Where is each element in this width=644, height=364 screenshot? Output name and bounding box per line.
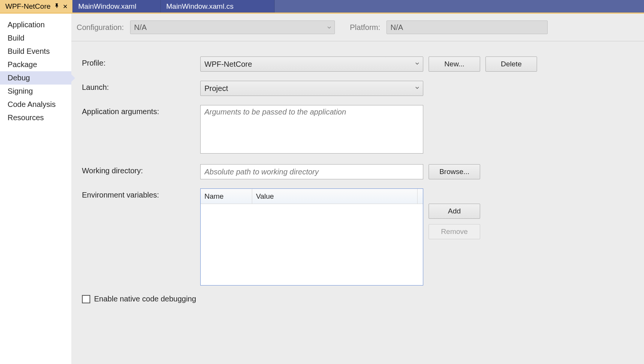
delete-profile-button[interactable]: Delete — [485, 56, 537, 72]
tab-label: WPF-NetCore — [5, 2, 50, 11]
property-page-sidebar: Application Build Build Events Package D… — [0, 14, 71, 364]
native-debug-checkbox[interactable] — [82, 295, 90, 303]
sidebar-item-debug[interactable]: Debug — [0, 71, 71, 85]
tab-label: MainWindow.xaml.cs — [166, 2, 233, 11]
profile-label: Profile: — [82, 56, 200, 67]
browse-button[interactable]: Browse... — [429, 164, 480, 179]
new-profile-button[interactable]: New... — [429, 56, 480, 72]
environment-variables-grid[interactable]: Name Value — [200, 188, 423, 286]
working-directory-input[interactable] — [200, 164, 423, 179]
debug-property-page: Configuration: N/A Platform: N/A Profile… — [71, 14, 644, 364]
sidebar-item-build-events[interactable]: Build Events — [0, 45, 71, 58]
configuration-value: N/A — [134, 23, 147, 32]
envvars-label: Environment variables: — [82, 188, 200, 199]
chevron-down-icon — [327, 23, 331, 32]
document-tabs: WPF-NetCore MainWindow.xaml MainWindow.x… — [0, 0, 644, 14]
configuration-select[interactable]: N/A — [130, 20, 335, 34]
remove-env-button[interactable]: Remove — [429, 224, 480, 239]
add-env-button[interactable]: Add — [429, 204, 480, 219]
workdir-label: Working directory: — [82, 164, 200, 175]
configuration-label: Configuration: — [77, 23, 124, 32]
pin-icon[interactable] — [54, 3, 60, 9]
platform-label: Platform: — [350, 23, 380, 32]
native-debug-label: Enable native code debugging — [94, 295, 196, 303]
tab-xaml[interactable]: MainWindow.xaml — [73, 0, 161, 13]
tab-label: MainWindow.xaml — [78, 2, 136, 11]
close-icon[interactable] — [63, 3, 67, 9]
launch-label: Launch: — [82, 81, 200, 92]
tab-xaml-cs[interactable]: MainWindow.xaml.cs — [161, 0, 275, 13]
env-column-value[interactable]: Value — [252, 189, 418, 204]
sidebar-item-package[interactable]: Package — [0, 58, 71, 71]
application-arguments-input[interactable] — [200, 105, 423, 154]
platform-value: N/A — [391, 23, 403, 32]
project-properties-window: WPF-NetCore MainWindow.xaml MainWindow.x… — [0, 0, 644, 364]
profile-select[interactable]: WPF-NetCore — [200, 56, 423, 72]
tab-project-properties[interactable]: WPF-NetCore — [0, 0, 73, 13]
args-label: Application arguments: — [82, 105, 200, 116]
sidebar-item-build[interactable]: Build — [0, 31, 71, 45]
config-platform-bar: Configuration: N/A Platform: N/A — [71, 14, 644, 41]
env-column-spacer — [418, 189, 423, 204]
sidebar-item-application[interactable]: Application — [0, 18, 71, 31]
sidebar-item-code-analysis[interactable]: Code Analysis — [0, 98, 71, 111]
launch-select[interactable]: Project — [200, 81, 423, 96]
env-column-name[interactable]: Name — [201, 189, 252, 204]
platform-select[interactable]: N/A — [386, 20, 548, 34]
sidebar-item-signing[interactable]: Signing — [0, 85, 71, 98]
sidebar-item-resources[interactable]: Resources — [0, 111, 71, 124]
env-grid-header: Name Value — [201, 189, 423, 204]
native-debug-row[interactable]: Enable native code debugging — [82, 295, 644, 303]
